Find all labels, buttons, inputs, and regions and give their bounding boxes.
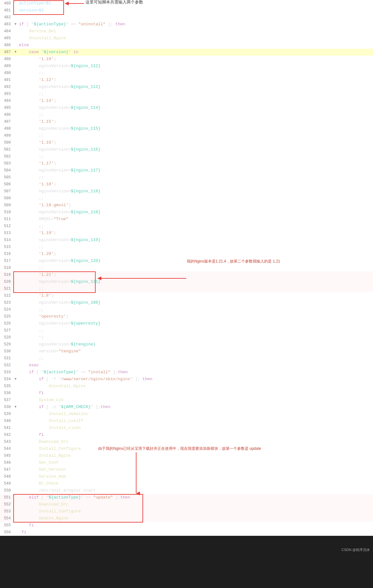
- code-content: fi: [18, 522, 373, 529]
- code-content: if [ -f "/www/server/nginx/sbin/nginx" ]…: [18, 376, 373, 383]
- code-line: 553 Install_Configure: [0, 508, 373, 515]
- code-line: 556-fi: [0, 529, 373, 536]
- line-number: 496: [0, 111, 13, 118]
- code-content: '1.19'): [18, 230, 373, 237]
- code-content: elif [ "${actionType}" == "update" ];the…: [18, 494, 373, 501]
- code-line: 510 nginxVersion=${nginx_118}: [0, 209, 373, 216]
- code-content: esac: [18, 362, 373, 369]
- line-number: 543: [0, 438, 13, 445]
- code-content: Install_Configure: [18, 508, 373, 515]
- line-number: 493: [0, 90, 13, 97]
- line-number: 508: [0, 195, 13, 202]
- code-content: Install_LuaJIT: [18, 418, 373, 424]
- line-number: 552: [0, 501, 13, 508]
- line-number: 499: [0, 132, 13, 139]
- code-content: Download_Src: [18, 438, 373, 445]
- code-content: '1.8'): [18, 292, 373, 299]
- code-line: 489 nginxVersion=${nginx_112}: [0, 63, 373, 70]
- code-line: 483▼if [ "${actionType}" == "uninstall" …: [0, 21, 373, 28]
- code-content: ;;: [18, 327, 373, 334]
- code-line: 490 ;;: [0, 70, 373, 77]
- code-line: 482: [0, 14, 373, 21]
- code-content: Bt_Check: [18, 480, 373, 487]
- code-line: 503 '1.17'): [0, 160, 373, 167]
- line-number: 533: [0, 369, 13, 376]
- code-line: 535 Uninstall_Nginx: [0, 383, 373, 390]
- code-line: 496 ;;: [0, 111, 373, 118]
- code-line: 480actionType=$1: [0, 0, 373, 7]
- line-number: 512: [0, 223, 13, 230]
- code-container: 480actionType=$1481version=$2482483▼if […: [0, 0, 373, 555]
- code-content: ;;: [18, 306, 373, 313]
- code-line: 539 Install_Jemalloc: [0, 411, 373, 418]
- code-line: 520 nginxVersion=${nginx_121}: [0, 278, 373, 285]
- code-content: Uninstall_Nginx: [18, 35, 373, 42]
- code-content: '1.21'): [18, 271, 373, 278]
- code-content: Uninstall_Nginx: [18, 383, 373, 390]
- code-line: 500 '1.16'): [0, 139, 373, 146]
- line-number: 532: [0, 362, 13, 369]
- line-number: 524: [0, 306, 13, 313]
- line-number: 497: [0, 118, 13, 125]
- code-line: 543 Download_Src: [0, 438, 373, 445]
- line-number: 542: [0, 431, 13, 438]
- code-content: ;;: [18, 195, 373, 202]
- line-number: 547: [0, 466, 13, 473]
- code-content: Install_Configure: [18, 445, 373, 452]
- code-content: if [ "${actionType}" == "uninstall" ]; t…: [18, 21, 373, 28]
- fold-indicator[interactable]: ▼: [13, 376, 18, 383]
- code-content: nginxVersion=${nginx_118}: [18, 188, 373, 195]
- line-number: 509: [0, 202, 13, 209]
- line-number: 546: [0, 459, 13, 466]
- line-number: 491: [0, 77, 13, 84]
- code-line: 491 '1.12'): [0, 77, 373, 84]
- line-number: 541: [0, 424, 13, 431]
- code-content: Service_Add: [18, 473, 373, 480]
- code-line: 511 GMSSL="True": [0, 216, 373, 223]
- line-number: 513: [0, 230, 13, 237]
- code-content: nginxVersion=${nginx_121}: [18, 278, 373, 285]
- code-content: Install_cjson: [18, 424, 373, 431]
- fold-indicator[interactable]: ▼: [13, 49, 18, 56]
- line-number: 548: [0, 473, 13, 480]
- line-number: 539: [0, 411, 13, 418]
- code-line: 504 nginxVersion=${nginx_117}: [0, 167, 373, 174]
- code-content: ;;: [18, 111, 373, 118]
- code-line: 484 Service_Del: [0, 28, 373, 35]
- code-line: 514 nginxVersion=${nginx_119}: [0, 237, 373, 244]
- line-number: 529: [0, 341, 13, 348]
- code-line: 524 ;;: [0, 306, 373, 313]
- fold-indicator[interactable]: ▼: [13, 21, 18, 28]
- code-line: 554 Update_Nginx: [0, 515, 373, 522]
- line-number: 503: [0, 160, 13, 167]
- line-number: 489: [0, 63, 13, 70]
- code-line: 515 ;;: [0, 244, 373, 251]
- line-number: 530: [0, 348, 13, 355]
- code-line: 517 nginxVersion=${nginx_120}: [0, 257, 373, 264]
- line-number: 504: [0, 167, 13, 174]
- line-number: 492: [0, 84, 13, 90]
- line-number: 549: [0, 480, 13, 487]
- code-line: 529 nginxVersion=${tengine}: [0, 341, 373, 348]
- code-content: fi: [18, 390, 373, 397]
- line-number: 534: [0, 376, 13, 383]
- line-number: 481: [0, 7, 13, 14]
- code-line: 495 nginxVersion=${nginx_114}: [0, 104, 373, 111]
- code-line: 488 '1.10'): [0, 56, 373, 63]
- code-content: '1.15'): [18, 118, 373, 125]
- code-content: version="tengine": [18, 348, 373, 355]
- code-content: nginxVersion=${nginx_108}: [18, 299, 373, 306]
- code-line: 513 '1.19'): [0, 230, 373, 237]
- line-number: 482: [0, 14, 13, 21]
- line-number: 540: [0, 418, 13, 424]
- code-content: ;;: [18, 264, 373, 271]
- line-number: 480: [0, 0, 13, 7]
- line-number: 516: [0, 251, 13, 257]
- code-content: Update_Nginx: [18, 515, 373, 522]
- code-line: 537 System_Lib: [0, 397, 373, 404]
- line-number: 498: [0, 125, 13, 132]
- code-content: nginxVersion=${nginx_120}: [18, 257, 373, 264]
- code-line: 545 Install_Nginx: [0, 452, 373, 459]
- fold-indicator[interactable]: ▼: [13, 404, 18, 411]
- watermark: CSDN @程序员休: [342, 548, 370, 552]
